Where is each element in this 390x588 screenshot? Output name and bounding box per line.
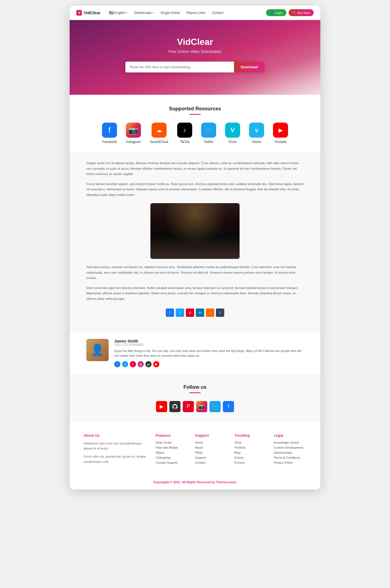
resource-vlive[interactable]: V VLive [225, 123, 240, 144]
article-para-1: Integer porta orci id aliquet iaculis. A… [86, 161, 304, 177]
footer-link[interactable]: FAQs [195, 451, 228, 454]
footer-link[interactable]: Forums [234, 461, 267, 464]
footer-link[interactable]: Portfolio [234, 446, 267, 449]
resource-tiktok[interactable]: ♪ TikTok [177, 123, 192, 144]
resource-vimeo[interactable]: v Vimeo [249, 123, 264, 144]
footer-link[interactable]: Shop [234, 441, 267, 444]
footer-link[interactable]: Contact [195, 461, 228, 464]
supported-heading: Supported Resources [81, 106, 309, 112]
article-section: Integer porta orci id aliquet iaculis. A… [70, 152, 320, 332]
footer-link[interactable]: Paid with Mobile [156, 446, 188, 449]
footer-link[interactable]: Knowledge Center [274, 441, 306, 444]
article-para-2: Fusce dictum pulvinar sapien, quis dictu… [86, 181, 304, 198]
follow-heading: Follow us [81, 384, 309, 390]
youtube-icon: ▶ [273, 123, 288, 138]
brand-name: ThemeLuxury. [216, 480, 237, 484]
login-label: Login [275, 11, 282, 14]
footer-legal: Legal Knowledge Center Custom Developmen… [274, 433, 306, 467]
author-social-youtube[interactable]: ▶ [153, 361, 159, 367]
nav-downloader[interactable]: Downloader ▾ [131, 9, 157, 16]
footer-link[interactable]: Events [234, 456, 267, 459]
footer-link[interactable]: Status [156, 451, 188, 454]
copyright-text: Copyrights © 2021. All Rights Reserved b… [153, 480, 216, 484]
footer-trending-heading: Trending [234, 433, 267, 438]
footer-link[interactable]: Sponsorships [274, 451, 306, 454]
footer-link[interactable]: About [195, 446, 228, 449]
footer-support-list: Home About FAQs Support Contact [195, 441, 228, 464]
article-para-3: Sed lacus lectus, pulvinar sed ipsum eu,… [86, 264, 304, 281]
nav-single-article[interactable]: Single Article [158, 9, 182, 16]
author-avatar [86, 339, 109, 361]
resource-soundcloud[interactable]: ☁ SoundCloud [150, 123, 168, 144]
tiktok-icon: ♪ [177, 123, 192, 138]
twitter-label: Twitter [204, 140, 213, 144]
footer-link[interactable]: Terms & Conditions [274, 456, 306, 459]
tiktok-label: TikTok [180, 140, 189, 144]
soundcloud-label: SoundCloud [150, 140, 168, 144]
page-wrapper: VidClear 🇺🇸 English ▾ Downloader ▾ Singl… [70, 6, 320, 489]
author-social-pinterest[interactable]: p [130, 361, 136, 367]
nav-single-article-label: Single Article [160, 11, 180, 15]
footer-link[interactable]: Changelog [156, 456, 188, 459]
vimeo-icon: v [249, 123, 264, 138]
author-title: CEO / CO-FOUNDER [114, 343, 304, 346]
buynow-button[interactable]: 🛒 Buy Now [289, 9, 314, 16]
follow-instagram[interactable]: 📷 [196, 401, 207, 412]
follow-twitter[interactable]: 🐦 [209, 401, 221, 412]
hero-section: VidClear Free Online Video Downloader Do… [70, 20, 320, 95]
footer-link[interactable]: Support [195, 456, 228, 459]
footer-link[interactable]: Blog [234, 451, 267, 454]
share-linkedin-button[interactable]: in [196, 308, 204, 317]
nav-contact[interactable]: Contact [209, 9, 226, 16]
author-bio: Enjoy the little things in life. For one… [114, 349, 304, 358]
follow-icons: ▶ P 📷 🐦 f [81, 401, 309, 412]
footer-features-list: Help Center Paid with Mobile Status Chan… [156, 441, 188, 464]
share-facebook-button[interactable]: f [166, 308, 174, 317]
footer-link[interactable]: Help Center [156, 441, 188, 444]
author-social-twitter[interactable]: t [122, 361, 128, 367]
footer-features-heading: Features [156, 433, 188, 438]
hero-subtitle: Free Online Video Downloader [81, 49, 309, 54]
share-pinterest-button[interactable]: p [186, 308, 194, 317]
share-twitter-button[interactable]: t [176, 308, 184, 317]
cart-icon: 🛒 [292, 11, 296, 14]
footer-link[interactable]: Custom Development [274, 446, 306, 449]
footer-support: Support Home About FAQs Support Contact [195, 433, 228, 467]
resource-facebook[interactable]: f Facebook [102, 123, 117, 144]
footer-link[interactable]: Privacy Policy [274, 461, 306, 464]
resource-instagram[interactable]: 📷 Instagram [126, 123, 141, 144]
resources-grid: f Facebook 📷 Instagram ☁ SoundCloud ♪ Ti… [81, 123, 309, 144]
author-social-instagram[interactable]: ig [138, 361, 144, 367]
author-social-github[interactable]: gh [145, 361, 152, 367]
footer-link[interactable]: Home [195, 441, 228, 444]
footer-columns: About Us Vestibulum quis risus sed nisl … [84, 433, 306, 467]
share-buttons: f t p in + t [86, 308, 304, 317]
share-tumblr-button[interactable]: t [216, 308, 224, 317]
download-button[interactable]: Download [234, 62, 265, 72]
follow-pinterest[interactable]: P [183, 401, 194, 412]
nav-report-links[interactable]: Report Links [184, 9, 208, 16]
follow-facebook[interactable]: f [223, 401, 234, 412]
flag-icon: 🇺🇸 [109, 11, 114, 15]
resource-twitter[interactable]: 🐦 Twitter [201, 123, 216, 144]
footer-link[interactable]: Contact Support [156, 461, 188, 464]
login-icon: 👤 [270, 11, 274, 14]
footer-legal-list: Knowledge Center Custom Development Spon… [274, 441, 306, 464]
chevron-down-icon: ▾ [126, 11, 127, 14]
resource-youtube[interactable]: ▶ Youtube [273, 123, 288, 144]
author-info: James Smith CEO / CO-FOUNDER Enjoy the l… [114, 339, 304, 367]
footer-about: About Us Vestibulum quis risus sed nisl … [84, 433, 149, 467]
url-input[interactable] [125, 62, 234, 72]
nav-language[interactable]: 🇺🇸 English ▾ [106, 9, 130, 17]
follow-github[interactable] [169, 401, 181, 412]
author-social-facebook[interactable]: f [114, 361, 120, 367]
brand-play-icon [76, 10, 82, 16]
brand-logo[interactable]: VidClear [76, 10, 101, 16]
nav-language-label: English [114, 11, 125, 15]
login-button[interactable]: 👤 Login [266, 9, 286, 16]
supported-resources-section: Supported Resources f Facebook 📷 Instagr… [70, 95, 320, 152]
footer-trending-list: Shop Portfolio Blog Events Forums [234, 441, 267, 464]
share-other-button[interactable]: + [206, 308, 214, 317]
follow-youtube[interactable]: ▶ [156, 401, 167, 412]
footer-about-text1: Vestibulum quis risus sed nisl pellentes… [84, 441, 149, 451]
